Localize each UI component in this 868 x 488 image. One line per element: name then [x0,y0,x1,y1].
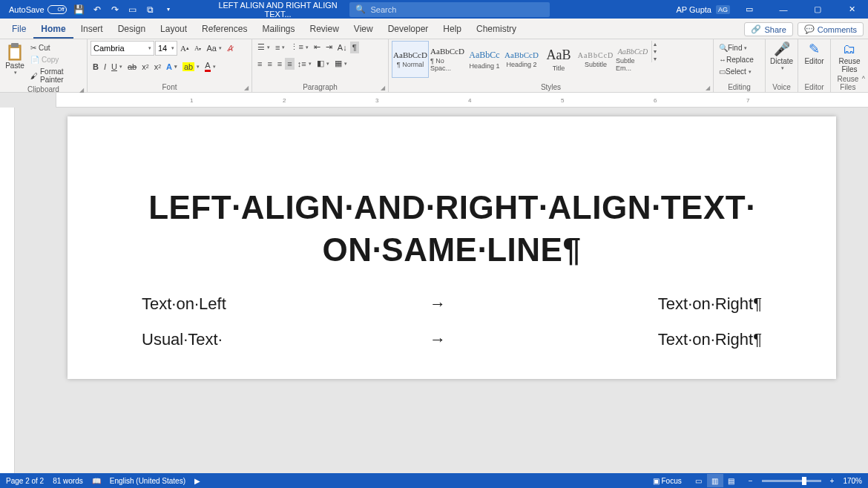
style-heading-1[interactable]: AaBbCcHeading 1 [466,41,503,78]
save-icon[interactable]: 💾 [71,1,88,18]
comments-button[interactable]: 💬 Comments [798,22,864,36]
borders-icon[interactable]: ▦▾ [332,57,349,70]
subscript-button[interactable]: x2 [139,61,151,73]
font-launcher-icon[interactable]: ◢ [244,85,249,91]
status-language[interactable]: English (United States) [110,477,185,485]
tab-mailings[interactable]: Mailings [254,20,302,39]
select-button[interactable]: ▭ Select ▾ [717,66,754,77]
autosave-toggle[interactable]: AutoSave Off [6,5,70,14]
minimize-icon[interactable]: — [769,0,798,19]
superscript-button[interactable]: x2 [152,61,163,73]
status-page[interactable]: Page 2 of 2 [6,477,44,485]
tab-design[interactable]: Design [111,20,153,39]
font-name-combo[interactable]: Cambria▾ [91,41,154,56]
format-painter-button[interactable]: 🖌 Format Painter [28,66,84,85]
underline-button[interactable]: U▾ [109,61,125,73]
align-right-icon[interactable]: ≡ [275,58,284,70]
editor-button[interactable]: ✎Editor [801,41,827,67]
dictate-button[interactable]: 🎤Dictate▾ [769,41,795,72]
tab-developer[interactable]: Developer [381,20,436,39]
tab-review[interactable]: Review [302,20,346,39]
qat-icon-2[interactable]: ⧉ [142,1,159,18]
spellcheck-icon[interactable]: 📖 [92,477,101,485]
redo-icon[interactable]: ↷ [107,1,123,18]
styles-more-icon[interactable]: ▴▾▾ [651,41,658,62]
collapse-ribbon-icon[interactable]: ^ [862,75,865,91]
change-case-icon[interactable]: Aa▾ [204,42,223,54]
reuse-files-button[interactable]: 🗂Reuse Files [834,41,865,75]
align-center-icon[interactable]: ≡ [265,58,274,70]
macro-icon[interactable]: ▶ [194,477,200,485]
font-color-icon[interactable]: A▾ [203,59,217,73]
paragraph-launcher-icon[interactable]: ◢ [381,85,385,91]
zoom-out-icon[interactable]: − [749,477,753,485]
user-name[interactable]: AP Gupta [676,5,711,14]
shrink-font-icon[interactable]: A▾ [192,43,204,53]
styles-gallery[interactable]: AaBbCcD¶ Normal AaBbCcD¶ No Spac... AaBb… [392,41,710,83]
print-layout-icon[interactable]: ▥ [707,474,723,487]
tab-chemistry[interactable]: Chemistry [469,20,524,39]
replace-button[interactable]: ↔ Replace [717,54,756,65]
decrease-indent-icon[interactable]: ⇤ [312,41,323,53]
style-heading-2[interactable]: AaBbCcDHeading 2 [503,41,540,78]
maximize-icon[interactable]: ▢ [803,0,832,19]
bullets-icon[interactable]: ☰▾ [255,41,272,53]
zoom-in-icon[interactable]: + [830,477,835,485]
tab-home[interactable]: Home [33,20,73,39]
web-layout-icon[interactable]: ▤ [723,474,740,487]
tab-file[interactable]: File [4,20,33,39]
ribbon-display-icon[interactable]: ▭ [734,0,764,19]
justify-icon[interactable]: ≡ [285,58,294,70]
increase-indent-icon[interactable]: ⇥ [323,41,335,53]
show-marks-icon[interactable]: ¶ [350,42,359,53]
tab-layout[interactable]: Layout [153,20,194,39]
share-button[interactable]: 🔗 Share [744,22,792,36]
focus-mode-button[interactable]: ▣ Focus [653,477,682,485]
sort-icon[interactable]: A↓ [335,42,349,53]
tab-insert[interactable]: Insert [73,20,111,39]
grow-font-icon[interactable]: A▴ [178,42,191,54]
ruler-horizontal[interactable]: 1 2 3 4 5 6 7 [0,93,868,108]
shading-icon[interactable]: ◧▾ [315,57,332,70]
tab-references[interactable]: References [194,20,254,39]
line-spacing-icon[interactable]: ↕≡▾ [295,58,314,70]
tab-help[interactable]: Help [435,20,469,39]
user-avatar[interactable]: AG [716,5,730,14]
multilevel-icon[interactable]: ⋮≡▾ [288,41,310,53]
zoom-thumb[interactable] [802,477,806,485]
qat-icon-1[interactable]: ▭ [125,1,141,18]
document-page[interactable]: LEFT·ALIGN·AND·RIGHT·ALIGN·TEXT· ON·SAME… [68,116,836,379]
ruler-vertical[interactable] [0,108,15,474]
close-icon[interactable]: ✕ [837,0,867,19]
style-no-spacing[interactable]: AaBbCcD¶ No Spac... [429,41,466,78]
autosave-pill[interactable]: Off [47,5,67,14]
style-title[interactable]: AaBTitle [540,41,577,78]
vertical-scrollbar[interactable] [858,108,868,474]
paste-button[interactable]: Paste▾ [3,41,27,77]
undo-icon[interactable]: ↶ [89,1,105,18]
highlight-icon[interactable]: ab▾ [180,61,202,73]
customize-qat-icon[interactable]: ▾ [160,1,177,18]
read-mode-icon[interactable]: ▭ [691,474,707,487]
search-box[interactable]: 🔍 Search [349,2,550,17]
copy-button[interactable]: 📄 Copy [28,54,84,65]
italic-button[interactable]: I [102,61,108,73]
numbering-icon[interactable]: ≡▾ [273,42,287,53]
font-size-combo[interactable]: 14▾ [155,41,177,56]
zoom-slider[interactable] [762,480,821,482]
style-normal[interactable]: AaBbCcD¶ Normal [392,41,429,78]
cut-button[interactable]: ✂ Cut [28,42,84,53]
text-effects-icon[interactable]: A▾ [164,61,180,73]
status-words[interactable]: 81 words [53,477,83,485]
bold-button[interactable]: B [91,61,101,73]
clear-formatting-icon[interactable]: A̷ [225,42,235,55]
style-subtle-emphasis[interactable]: AaBbCcDSubtle Em... [614,41,651,78]
align-left-icon[interactable]: ≡ [255,58,264,70]
zoom-level[interactable]: 170% [843,477,862,485]
tab-view[interactable]: View [346,20,381,39]
style-subtitle[interactable]: AaBbCcDSubtitle [577,41,614,78]
workspace: LEFT·ALIGN·AND·RIGHT·ALIGN·TEXT· ON·SAME… [0,108,868,474]
strikethrough-button[interactable]: ab [125,61,139,73]
styles-launcher-icon[interactable]: ◢ [706,85,710,91]
find-button[interactable]: 🔍 Find ▾ [717,42,749,53]
